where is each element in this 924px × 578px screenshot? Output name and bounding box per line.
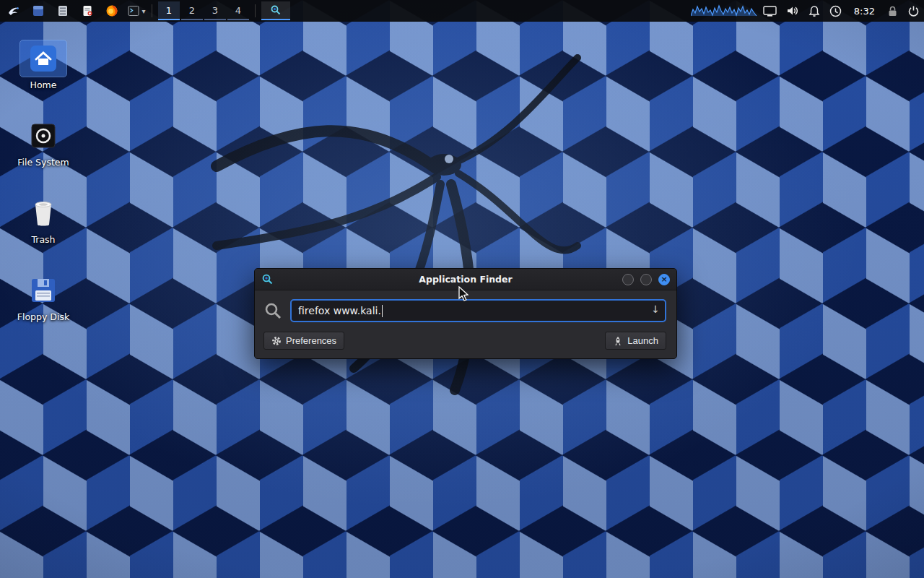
launch-button-label: Launch	[627, 335, 658, 346]
home-icon	[29, 44, 58, 73]
preferences-button[interactable]: Preferences	[263, 332, 344, 350]
desktop-icon-home[interactable]: Home	[9, 40, 78, 90]
volume-icon[interactable]	[786, 5, 799, 17]
desktop: ▾ 1 2 3 4	[0, 0, 924, 578]
text-editor-icon	[81, 4, 94, 17]
desktop-icon-label: Floppy Disk	[9, 311, 78, 322]
file-cabinet-icon	[56, 4, 69, 17]
launch-icon	[613, 336, 623, 346]
system-tray: 8:32	[763, 5, 920, 17]
workspace-button-3[interactable]: 3	[204, 1, 226, 20]
workspace-button-1[interactable]: 1	[158, 1, 180, 20]
file-manager-launcher[interactable]	[53, 1, 72, 20]
workspace-button-2[interactable]: 2	[181, 1, 203, 20]
notifications-bell-icon[interactable]	[808, 5, 820, 17]
system-monitor-graph[interactable]	[691, 4, 757, 18]
window-title: Application Finder	[255, 274, 676, 285]
app-finder-task-icon	[270, 4, 282, 16]
power-icon[interactable]	[907, 5, 920, 17]
app-finder-body: firefox www.kali. ↓ Preferences	[255, 290, 676, 358]
minimize-button[interactable]	[622, 274, 634, 285]
maximize-button[interactable]	[640, 274, 652, 285]
terminal-icon	[127, 4, 140, 17]
display-icon[interactable]	[763, 6, 777, 17]
top-panel: ▾ 1 2 3 4	[0, 0, 924, 22]
kali-menu-button[interactable]	[4, 1, 23, 20]
firefox-launcher[interactable]	[103, 1, 121, 20]
panel-separator	[255, 4, 256, 17]
panel-separator	[152, 4, 152, 17]
taskbar-app-finder-button[interactable]	[261, 1, 290, 20]
kali-logo-icon	[6, 4, 21, 18]
terminal-launcher[interactable]: ▾	[127, 1, 146, 20]
search-input[interactable]: firefox www.kali. ↓	[290, 299, 666, 322]
desktop-icon-label: Home	[9, 79, 78, 90]
gear-icon	[271, 336, 282, 346]
app-finder-window-icon	[261, 273, 274, 285]
window-controls: ×	[622, 274, 670, 285]
desktop-icon-label: Trash	[9, 234, 78, 245]
file-system-icon	[29, 121, 58, 150]
workspace-switcher: 1 2 3 4	[158, 1, 249, 20]
preferences-button-label: Preferences	[286, 335, 336, 346]
desktop-icon-floppy-disk[interactable]: Floppy Disk	[9, 272, 78, 322]
workspace-button-4[interactable]: 4	[227, 1, 249, 20]
lock-icon[interactable]	[887, 5, 898, 17]
update-status-icon[interactable]	[829, 5, 842, 17]
desktop-icon-label: File System	[9, 157, 78, 168]
search-icon	[263, 301, 283, 321]
desktop-icon-file-system[interactable]: File System	[9, 118, 78, 168]
firefox-icon	[105, 4, 118, 17]
desktop-icon-trash[interactable]: Trash	[9, 195, 78, 245]
text-caret	[382, 305, 383, 317]
search-input-value: firefox www.kali.	[298, 305, 381, 316]
window-icon	[32, 4, 45, 17]
trash-icon	[30, 199, 56, 228]
close-icon: ×	[661, 275, 667, 283]
dropdown-arrow-icon[interactable]: ↓	[651, 303, 660, 315]
close-button[interactable]: ×	[658, 274, 670, 285]
app-finder-window: Application Finder × firefox www.kali. ↓	[254, 268, 677, 359]
files-launcher[interactable]	[29, 1, 48, 20]
titlebar[interactable]: Application Finder ×	[255, 269, 676, 290]
launch-button[interactable]: Launch	[605, 332, 666, 350]
text-editor-launcher[interactable]	[78, 1, 97, 20]
floppy-disk-icon	[30, 277, 57, 304]
clock[interactable]: 8:32	[851, 6, 878, 17]
chevron-down-icon: ▾	[141, 7, 145, 15]
